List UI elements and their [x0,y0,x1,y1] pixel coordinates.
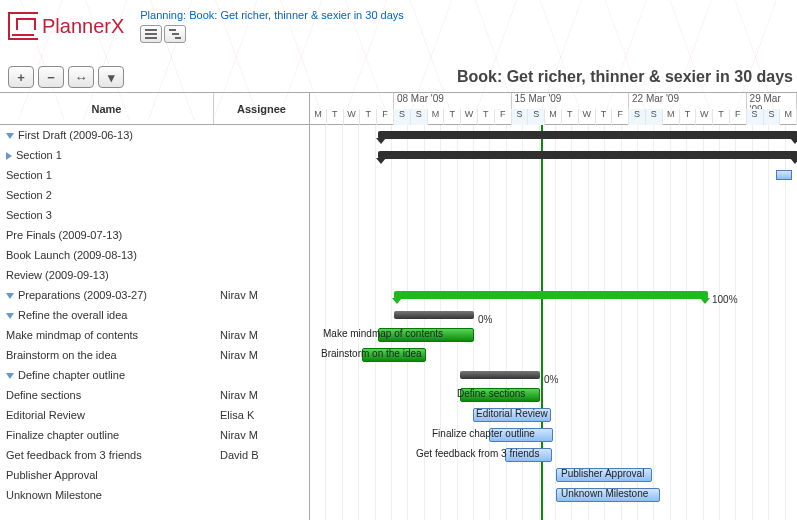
task-row[interactable]: Publisher Approval [0,465,309,485]
disclosure-icon[interactable] [6,373,14,379]
task-row[interactable]: Section 1 [0,145,309,165]
day-cell: S [747,109,764,125]
task-row[interactable]: Define chapter outline [0,365,309,385]
task-row[interactable]: Make mindmap of contentsNirav M [0,325,309,345]
day-cell: F [377,109,394,125]
task-row[interactable]: Section 3 [0,205,309,225]
task-row[interactable]: Define sectionsNirav M [0,385,309,405]
day-cell: T [562,109,579,125]
task-tree[interactable]: First Draft (2009-06-13)Section 1Section… [0,125,309,520]
task-row[interactable]: Refine the overall idea [0,305,309,325]
bar-feedback[interactable]: Get feedback from 3 friends [505,448,552,462]
bar-define-sections[interactable]: Define sections [460,388,540,402]
svg-rect-5 [175,37,181,39]
bar-mindmap[interactable]: Make mindmap of contents [378,328,474,342]
timeline-weeks: 08 Mar '0915 Mar '0922 Mar '0929 Mar '09 [310,93,797,109]
disclosure-icon[interactable] [6,293,14,299]
day-cell: S [764,109,781,125]
expand-button[interactable]: ↔ [68,66,94,88]
task-label: Brainstorm on the idea [6,349,117,361]
task-label: Book Launch (2009-08-13) [6,249,137,261]
bar-publisher[interactable]: Publisher Approval [556,468,652,482]
task-assignee: David B [214,449,309,461]
bar-label: Publisher Approval [561,468,644,479]
bar-preparations[interactable]: 100% [394,291,708,299]
task-row[interactable]: Preparations (2009-03-27)Nirav M [0,285,309,305]
pct-label: 0% [478,314,492,325]
bar-label: Define sections [457,388,525,399]
task-label: Refine the overall idea [18,309,127,321]
task-row[interactable]: Pre Finals (2009-07-13) [0,225,309,245]
project-title: Book: Get richer, thinner & sexier in 30… [310,66,797,88]
week-cell: 22 Mar '09 [629,93,747,109]
task-label: Define sections [6,389,81,401]
svg-rect-0 [145,29,157,31]
svg-rect-2 [145,37,157,39]
task-row[interactable]: Book Launch (2009-08-13) [0,245,309,265]
gantt-rows[interactable]: 0% 100% 0% Make mindmap of contents Brai… [310,125,797,505]
task-label: Review (2009-09-13) [6,269,109,281]
bar-section1-summary[interactable]: 0% [378,151,797,159]
bar-refine[interactable]: 0% [394,311,474,319]
disclosure-icon[interactable] [6,152,12,160]
breadcrumb: Planning: Book: Get richer, thinner & se… [140,9,404,21]
day-cell: M [780,109,797,125]
task-assignee: Nirav M [214,289,309,301]
task-row[interactable]: Finalize chapter outlineNirav M [0,425,309,445]
bar-editorial[interactable]: Editorial Review [473,408,551,422]
day-cell: S [528,109,545,125]
day-cell: T [478,109,495,125]
week-cell [310,93,394,109]
task-label: Pre Finals (2009-07-13) [6,229,122,241]
day-cell: T [596,109,613,125]
task-label: Finalize chapter outline [6,429,119,441]
day-cell: T [444,109,461,125]
view-gantt-icon[interactable] [164,25,186,43]
task-row[interactable]: Editorial ReviewElisa K [0,405,309,425]
bar-unknown[interactable]: Unknown Milestone [556,488,660,502]
column-header-assignee[interactable]: Assignee [214,93,309,124]
task-row[interactable]: Review (2009-09-13) [0,265,309,285]
svg-rect-3 [169,29,176,31]
bar-first-draft[interactable] [378,131,797,139]
task-row[interactable]: Section 2 [0,185,309,205]
pct-label: 100% [712,294,738,305]
task-label: First Draft (2009-06-13) [18,129,133,141]
day-cell: S [629,109,646,125]
task-label: Make mindmap of contents [6,329,138,341]
day-cell: M [310,109,327,125]
view-list-icon[interactable] [140,25,162,43]
bar-define-outline[interactable]: 0% [460,371,540,379]
week-cell: 15 Mar '09 [512,93,630,109]
task-label: Section 3 [6,209,52,221]
remove-button[interactable]: − [38,66,64,88]
day-cell: W [344,109,361,125]
bar-section1b[interactable] [776,170,792,180]
more-button[interactable]: ▾ [98,66,124,88]
day-cell: F [495,109,512,125]
app-logo: PlannerX [8,12,124,40]
timeline-days: MTWTFSSMTWTFSSMTWTFSSMTWTFSSM [310,109,797,125]
bar-brainstorm[interactable]: Brainstorm on the idea [362,348,426,362]
task-label: Publisher Approval [6,469,98,481]
bar-label: Finalize chapter outline [432,428,535,439]
task-row[interactable]: Get feedback from 3 friendsDavid B [0,445,309,465]
disclosure-icon[interactable] [6,313,14,319]
bar-label: Brainstorm on the idea [321,348,422,359]
day-cell: M [428,109,445,125]
bar-finalize[interactable]: Finalize chapter outline [489,428,553,442]
task-label: Define chapter outline [18,369,125,381]
task-label: Section 2 [6,189,52,201]
logo-icon [8,12,38,40]
add-button[interactable]: + [8,66,34,88]
column-header-name[interactable]: Name [0,93,214,124]
task-assignee: Nirav M [214,329,309,341]
bar-label: Make mindmap of contents [323,328,443,339]
task-row[interactable]: Brainstorm on the ideaNirav M [0,345,309,365]
task-row[interactable]: Section 1 [0,165,309,185]
task-row[interactable]: First Draft (2009-06-13) [0,125,309,145]
day-cell: M [545,109,562,125]
day-cell: S [394,109,411,125]
task-row[interactable]: Unknown Milestone [0,485,309,505]
disclosure-icon[interactable] [6,133,14,139]
